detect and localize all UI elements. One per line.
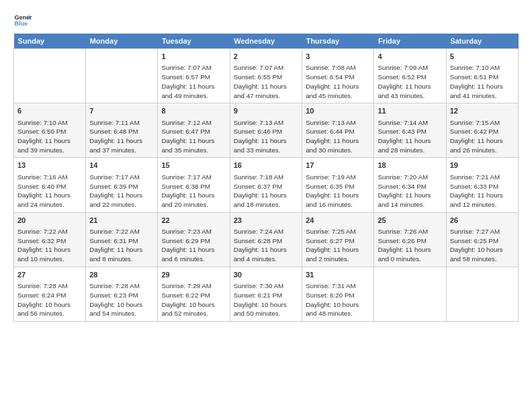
calendar-week-row: 1Sunrise: 7:07 AM Sunset: 6:57 PM Daylig… [14,49,519,103]
calendar-cell: 11Sunrise: 7:14 AM Sunset: 6:43 PM Dayli… [374,103,446,158]
day-info: Sunrise: 7:08 AM Sunset: 6:54 PM Dayligh… [306,63,370,100]
calendar-cell: 12Sunrise: 7:15 AM Sunset: 6:42 PM Dayli… [446,103,518,158]
calendar-cell: 26Sunrise: 7:27 AM Sunset: 6:25 PM Dayli… [446,212,518,267]
day-number: 2 [234,52,299,62]
calendar-cell: 6Sunrise: 7:10 AM Sunset: 6:50 PM Daylig… [14,103,86,158]
day-number: 31 [306,270,370,280]
day-info: Sunrise: 7:18 AM Sunset: 6:37 PM Dayligh… [234,173,299,210]
day-info: Sunrise: 7:12 AM Sunset: 6:47 PM Dayligh… [161,118,226,155]
calendar-cell: 16Sunrise: 7:18 AM Sunset: 6:37 PM Dayli… [230,158,302,212]
day-info: Sunrise: 7:22 AM Sunset: 6:32 PM Dayligh… [17,227,82,264]
day-info: Sunrise: 7:30 AM Sunset: 6:21 PM Dayligh… [234,281,299,318]
day-number: 16 [234,161,299,171]
calendar-cell: 25Sunrise: 7:26 AM Sunset: 6:26 PM Dayli… [374,212,446,267]
calendar-cell: 14Sunrise: 7:17 AM Sunset: 6:39 PM Dayli… [86,158,158,212]
logo: General Blue [13,11,35,30]
day-info: Sunrise: 7:14 AM Sunset: 6:43 PM Dayligh… [378,118,442,155]
day-header-saturday: Saturday [446,34,518,49]
calendar-week-row: 6Sunrise: 7:10 AM Sunset: 6:50 PM Daylig… [14,103,519,158]
day-info: Sunrise: 7:28 AM Sunset: 6:24 PM Dayligh… [17,281,82,318]
page-header: General Blue [13,11,519,30]
day-info: Sunrise: 7:09 AM Sunset: 6:52 PM Dayligh… [378,63,442,100]
day-header-thursday: Thursday [302,34,374,49]
day-number: 12 [450,106,515,116]
calendar-cell: 5Sunrise: 7:10 AM Sunset: 6:51 PM Daylig… [446,49,518,103]
day-info: Sunrise: 7:10 AM Sunset: 6:50 PM Dayligh… [17,118,82,155]
calendar-cell: 10Sunrise: 7:13 AM Sunset: 6:44 PM Dayli… [302,103,374,158]
calendar-cell: 13Sunrise: 7:16 AM Sunset: 6:40 PM Dayli… [14,158,86,212]
calendar-cell: 1Sunrise: 7:07 AM Sunset: 6:57 PM Daylig… [158,49,230,103]
day-info: Sunrise: 7:27 AM Sunset: 6:25 PM Dayligh… [450,227,515,264]
calendar-cell: 24Sunrise: 7:25 AM Sunset: 6:27 PM Dayli… [302,212,374,267]
calendar-cell: 4Sunrise: 7:09 AM Sunset: 6:52 PM Daylig… [374,49,446,103]
calendar-cell [86,49,158,103]
day-info: Sunrise: 7:13 AM Sunset: 6:46 PM Dayligh… [234,118,299,155]
calendar: SundayMondayTuesdayWednesdayThursdayFrid… [13,34,519,322]
day-info: Sunrise: 7:11 AM Sunset: 6:48 PM Dayligh… [89,118,154,155]
calendar-cell: 7Sunrise: 7:11 AM Sunset: 6:48 PM Daylig… [86,103,158,158]
day-number: 17 [306,161,370,171]
day-number: 30 [234,270,299,280]
calendar-cell [446,267,518,321]
day-number: 21 [89,216,154,226]
day-number: 23 [234,216,299,226]
calendar-cell: 17Sunrise: 7:19 AM Sunset: 6:35 PM Dayli… [302,158,374,212]
day-info: Sunrise: 7:21 AM Sunset: 6:33 PM Dayligh… [450,173,515,210]
day-info: Sunrise: 7:15 AM Sunset: 6:42 PM Dayligh… [450,118,515,155]
logo-icon: General Blue [13,11,32,30]
day-number: 15 [161,161,226,171]
day-number: 11 [378,106,442,116]
calendar-cell: 2Sunrise: 7:07 AM Sunset: 6:55 PM Daylig… [230,49,302,103]
day-info: Sunrise: 7:07 AM Sunset: 6:55 PM Dayligh… [234,63,299,100]
calendar-week-row: 27Sunrise: 7:28 AM Sunset: 6:24 PM Dayli… [14,267,519,321]
day-header-monday: Monday [86,34,158,49]
day-info: Sunrise: 7:25 AM Sunset: 6:27 PM Dayligh… [306,227,370,264]
calendar-cell: 19Sunrise: 7:21 AM Sunset: 6:33 PM Dayli… [446,158,518,212]
day-info: Sunrise: 7:20 AM Sunset: 6:34 PM Dayligh… [378,173,442,210]
day-number: 18 [378,161,442,171]
day-info: Sunrise: 7:26 AM Sunset: 6:26 PM Dayligh… [378,227,442,264]
day-info: Sunrise: 7:29 AM Sunset: 6:22 PM Dayligh… [161,281,226,318]
day-info: Sunrise: 7:17 AM Sunset: 6:39 PM Dayligh… [89,173,154,210]
calendar-cell: 23Sunrise: 7:24 AM Sunset: 6:28 PM Dayli… [230,212,302,267]
day-number: 19 [450,161,515,171]
calendar-cell: 27Sunrise: 7:28 AM Sunset: 6:24 PM Dayli… [14,267,86,321]
day-number: 26 [450,216,515,226]
calendar-cell: 15Sunrise: 7:17 AM Sunset: 6:38 PM Dayli… [158,158,230,212]
day-number: 6 [17,106,82,116]
day-info: Sunrise: 7:07 AM Sunset: 6:57 PM Dayligh… [161,63,226,100]
day-info: Sunrise: 7:13 AM Sunset: 6:44 PM Dayligh… [306,118,370,155]
day-number: 5 [450,52,515,62]
day-number: 28 [89,270,154,280]
day-header-friday: Friday [374,34,446,49]
day-header-wednesday: Wednesday [230,34,302,49]
calendar-cell: 30Sunrise: 7:30 AM Sunset: 6:21 PM Dayli… [230,267,302,321]
day-info: Sunrise: 7:23 AM Sunset: 6:29 PM Dayligh… [161,227,226,264]
day-info: Sunrise: 7:31 AM Sunset: 6:20 PM Dayligh… [306,281,370,318]
calendar-cell: 21Sunrise: 7:22 AM Sunset: 6:31 PM Dayli… [86,212,158,267]
svg-text:Blue: Blue [14,20,28,27]
day-number: 20 [17,216,82,226]
day-header-tuesday: Tuesday [158,34,230,49]
calendar-cell: 29Sunrise: 7:29 AM Sunset: 6:22 PM Dayli… [158,267,230,321]
day-number: 29 [161,270,226,280]
day-number: 7 [89,106,154,116]
day-number: 13 [17,161,82,171]
calendar-week-row: 20Sunrise: 7:22 AM Sunset: 6:32 PM Dayli… [14,212,519,267]
day-number: 22 [161,216,226,226]
day-number: 25 [378,216,442,226]
day-number: 10 [306,106,370,116]
day-info: Sunrise: 7:22 AM Sunset: 6:31 PM Dayligh… [89,227,154,264]
day-number: 27 [17,270,82,280]
day-number: 24 [306,216,370,226]
calendar-cell: 8Sunrise: 7:12 AM Sunset: 6:47 PM Daylig… [158,103,230,158]
day-number: 8 [161,106,226,116]
day-info: Sunrise: 7:17 AM Sunset: 6:38 PM Dayligh… [161,173,226,210]
day-number: 1 [161,52,226,62]
day-info: Sunrise: 7:19 AM Sunset: 6:35 PM Dayligh… [306,173,370,210]
day-number: 4 [378,52,442,62]
day-info: Sunrise: 7:16 AM Sunset: 6:40 PM Dayligh… [17,173,82,210]
calendar-cell [14,49,86,103]
day-header-sunday: Sunday [14,34,86,49]
day-number: 9 [234,106,299,116]
